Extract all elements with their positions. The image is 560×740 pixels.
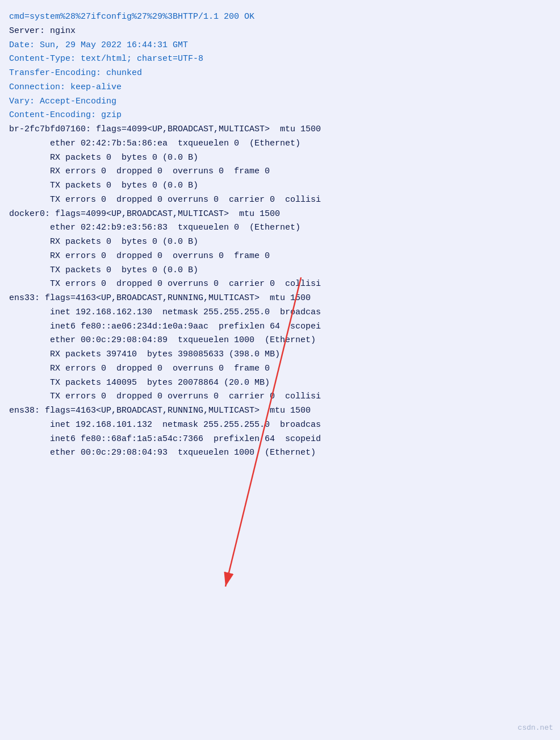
line-2: Server: nginx: [9, 24, 551, 39]
terminal-container: cmd=system%28%27ifconfig%27%29%3BHTTP/1.…: [0, 0, 560, 740]
line-30: inet 192.168.101.132 netmask 255.255.255…: [9, 418, 551, 433]
watermark: csdn.net: [518, 722, 553, 734]
line-5: Transfer-Encoding: chunked: [9, 66, 551, 81]
line-7: Vary: Accept-Encoding: [9, 95, 551, 109]
line-19: TX packets 0 bytes 0 (0.0 B): [9, 264, 551, 278]
line-32: ether 00:0c:29:08:04:93 txqueuelen 1000 …: [9, 446, 551, 460]
line-18: RX errors 0 dropped 0 overruns 0 frame 0: [9, 250, 551, 264]
line-25: RX packets 397410 bytes 398085633 (398.0…: [9, 348, 551, 362]
line-3: Date: Sun, 29 May 2022 16:44:31 GMT: [9, 39, 551, 53]
line-11: RX packets 0 bytes 0 (0.0 B): [9, 151, 551, 165]
line-15: docker0: flags=4099<UP,BROADCAST,MULTICA…: [9, 207, 551, 222]
line-23: inet6 fe80::ae06:234d:1e0a:9aac prefixle…: [9, 320, 551, 334]
line-12: RX errors 0 dropped 0 overruns 0 frame 0: [9, 165, 551, 179]
line-6: Connection: keep-alive: [9, 81, 551, 95]
terminal-content: cmd=system%28%27ifconfig%27%29%3BHTTP/1.…: [9, 10, 551, 460]
line-26: RX errors 0 dropped 0 overruns 0 frame 0: [9, 362, 551, 376]
line-21: ens33: flags=4163<UP,BROADCAST,RUNNING,M…: [9, 292, 551, 306]
line-20: TX errors 0 dropped 0 overruns 0 carrier…: [9, 277, 551, 292]
line-8: Content-Encoding: gzip: [9, 109, 551, 123]
line-14: TX errors 0 dropped 0 overruns 0 carrier…: [9, 193, 551, 207]
line-29: ens38: flags=4163<UP,BROADCAST,RUNNING,M…: [9, 404, 551, 418]
line-28: TX errors 0 dropped 0 overruns 0 carrier…: [9, 390, 551, 404]
line-13: TX packets 0 bytes 0 (0.0 B): [9, 179, 551, 193]
line-22: inet 192.168.162.130 netmask 255.255.255…: [9, 306, 551, 320]
line-31: inet6 fe80::68af:1a5:a54c:7366 prefixlen…: [9, 433, 551, 447]
line-10: ether 02:42:7b:5a:86:ea txqueuelen 0 (Et…: [9, 137, 551, 151]
line-4: Content-Type: text/html; charset=UTF-8: [9, 52, 551, 66]
line-9: br-2fc7bfd07160: flags=4099<UP,BROADCAST…: [9, 123, 551, 137]
line-27: TX packets 140095 bytes 20078864 (20.0 M…: [9, 376, 551, 390]
line-1: cmd=system%28%27ifconfig%27%29%3BHTTP/1.…: [9, 10, 551, 24]
line-16: ether 02:42:b9:e3:56:83 txqueuelen 0 (Et…: [9, 221, 551, 235]
line-17: RX packets 0 bytes 0 (0.0 B): [9, 235, 551, 250]
line-24: ether 00:0c:29:08:04:89 txqueuelen 1000 …: [9, 334, 551, 348]
